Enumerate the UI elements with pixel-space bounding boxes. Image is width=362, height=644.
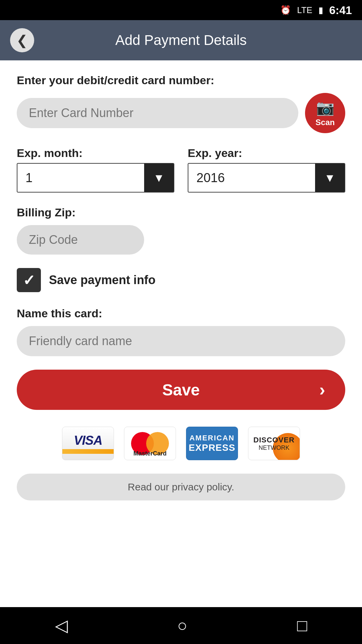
card-number-input[interactable] — [17, 98, 298, 128]
exp-year-group: Exp. year: 2016 ▼ — [188, 147, 345, 193]
content: Enter your debit/credit card number: 📷 S… — [0, 60, 362, 527]
back-arrow-icon: ❮ — [16, 34, 28, 47]
chevron-down-icon: ▼ — [153, 171, 165, 184]
header: ❮ Add Payment Details — [0, 20, 362, 60]
exp-year-label: Exp. year: — [188, 147, 345, 160]
amex-express-text: EXPRESS — [189, 442, 235, 453]
save-payment-checkbox[interactable]: ✓ — [17, 268, 41, 292]
zip-code-input[interactable] — [17, 225, 144, 255]
exp-month-value: 1 — [17, 164, 144, 192]
exp-month-dropdown[interactable]: ▼ — [144, 164, 174, 192]
home-nav-icon[interactable]: ○ — [177, 616, 187, 635]
exp-month-group: Exp. month: 1 ▼ — [17, 147, 174, 193]
billing-zip-label: Billing Zip: — [17, 206, 345, 219]
page-title: Add Payment Details — [34, 32, 328, 48]
save-arrow-icon: › — [319, 380, 325, 400]
clock-icon: ⏰ — [280, 5, 291, 15]
save-payment-row: ✓ Save payment info — [17, 268, 345, 292]
camera-icon: 📷 — [316, 99, 335, 116]
card-name-label: Name this card: — [17, 307, 345, 320]
privacy-policy-button[interactable]: Read our privacy policy. — [17, 474, 345, 500]
exp-month-label: Exp. month: — [17, 147, 174, 160]
scan-label: Scan — [315, 118, 335, 127]
mc-text: MasterCard — [133, 450, 167, 457]
status-time: 6:41 — [329, 4, 352, 17]
card-number-row: 📷 Scan — [17, 93, 345, 133]
privacy-policy-label: Read our privacy policy. — [128, 481, 234, 493]
discover-text: DISCOVER — [253, 436, 295, 444]
nav-bar: ◁ ○ □ — [0, 607, 362, 644]
card-name-input[interactable] — [17, 326, 345, 356]
battery-icon: ▮ — [318, 5, 323, 15]
checkmark-icon: ✓ — [23, 272, 35, 289]
back-nav-icon[interactable]: ◁ — [55, 616, 68, 635]
exp-year-value: 2016 — [188, 164, 315, 192]
exp-year-select[interactable]: 2016 ▼ — [188, 163, 345, 193]
visa-text: VISA — [74, 433, 102, 448]
save-button-label: Save — [162, 381, 200, 399]
visa-stripe — [62, 449, 114, 454]
visa-logo: VISA — [62, 427, 114, 460]
exp-month-select[interactable]: 1 ▼ — [17, 163, 174, 193]
save-button[interactable]: Save › — [17, 370, 345, 410]
card-number-label: Enter your debit/credit card number: — [17, 74, 345, 87]
card-name-section: Name this card: — [17, 307, 345, 356]
billing-zip-section: Billing Zip: — [17, 206, 345, 255]
back-button[interactable]: ❮ — [10, 28, 34, 52]
expiry-row: Exp. month: 1 ▼ Exp. year: 2016 ▼ — [17, 147, 345, 193]
discover-network-text: NETWORK — [259, 444, 290, 451]
card-logos: VISA MasterCard AMERICAN EXPRESS DISCOVE… — [17, 427, 345, 460]
recents-nav-icon[interactable]: □ — [297, 616, 307, 635]
scan-button[interactable]: 📷 Scan — [305, 93, 345, 133]
mastercard-logo: MasterCard — [124, 427, 176, 460]
status-bar: ⏰ LTE ▮ 6:41 — [0, 0, 362, 20]
amex-logo: AMERICAN EXPRESS — [186, 427, 238, 460]
chevron-down-icon: ▼ — [324, 171, 336, 184]
discover-logo: DISCOVER NETWORK — [248, 427, 300, 460]
exp-year-dropdown[interactable]: ▼ — [315, 164, 345, 192]
lte-icon: LTE — [297, 5, 312, 15]
amex-american-text: AMERICAN — [189, 434, 235, 442]
save-payment-label: Save payment info — [49, 273, 156, 287]
